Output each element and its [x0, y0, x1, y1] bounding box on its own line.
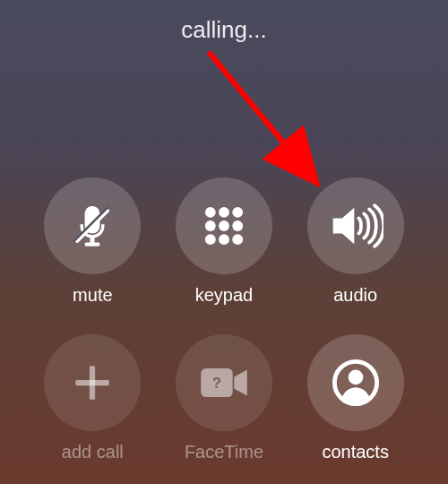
contacts-button[interactable]: [307, 334, 404, 431]
svg-point-11: [232, 220, 243, 231]
svg-point-6: [205, 207, 216, 218]
contacts-icon: [331, 358, 381, 408]
call-controls-grid: mute keypad: [0, 177, 448, 484]
svg-point-20: [348, 370, 363, 385]
add-call-cell: add call: [27, 334, 159, 462]
keypad-icon: [200, 202, 248, 250]
facetime-button[interactable]: ?: [176, 334, 272, 431]
svg-text:?: ?: [212, 375, 221, 391]
mute-label: mute: [73, 285, 112, 306]
svg-point-10: [219, 220, 229, 231]
add-call-button[interactable]: [44, 334, 141, 431]
svg-line-1: [209, 52, 314, 179]
mute-cell: mute: [27, 177, 159, 306]
add-call-label: add call: [62, 442, 124, 462]
svg-point-7: [219, 207, 229, 218]
audio-label: audio: [333, 285, 377, 306]
keypad-cell: keypad: [159, 177, 290, 306]
svg-point-12: [205, 234, 216, 245]
svg-point-9: [205, 220, 216, 231]
mute-button[interactable]: [44, 177, 141, 274]
svg-rect-16: [76, 380, 110, 385]
call-status: calling...: [0, 0, 448, 44]
contacts-cell: contacts: [289, 334, 421, 462]
svg-rect-3: [85, 243, 100, 246]
keypad-label: keypad: [195, 285, 254, 306]
svg-point-13: [219, 234, 229, 245]
mute-icon: [68, 202, 116, 250]
keypad-button[interactable]: [176, 177, 272, 274]
facetime-cell: ? FaceTime: [159, 334, 290, 462]
contacts-label: contacts: [322, 442, 388, 462]
audio-cell: audio: [289, 177, 421, 306]
svg-point-14: [232, 234, 243, 245]
speaker-icon: [328, 202, 383, 250]
audio-button[interactable]: [307, 177, 404, 274]
plus-icon: [70, 360, 115, 405]
svg-point-8: [232, 207, 243, 218]
facetime-label: FaceTime: [185, 442, 263, 462]
video-icon: ?: [198, 363, 250, 402]
